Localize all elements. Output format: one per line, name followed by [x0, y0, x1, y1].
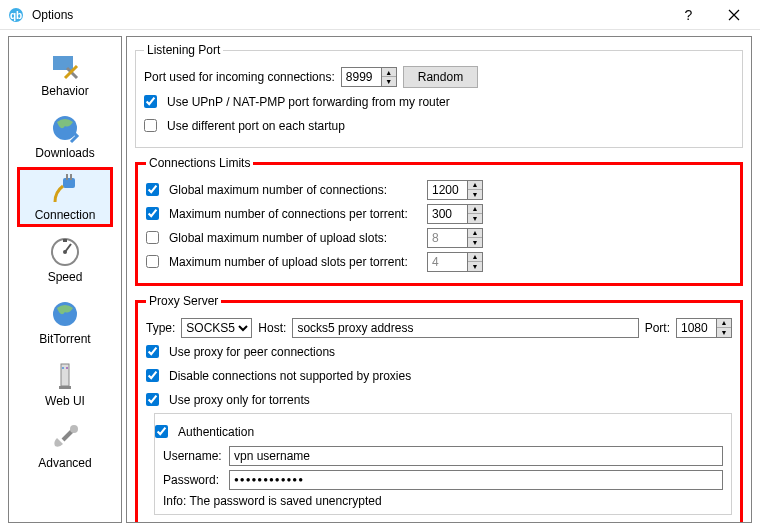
- global-conn-checkbox[interactable]: [146, 183, 159, 196]
- global-upload-checkbox[interactable]: [146, 231, 159, 244]
- sidebar-item-connection[interactable]: Connection: [17, 167, 113, 227]
- password-label: Password:: [163, 473, 223, 487]
- proxy-type-select[interactable]: SOCKS5: [181, 318, 252, 338]
- sidebar-item-behavior[interactable]: Behavior: [17, 43, 113, 103]
- sidebar-item-speed[interactable]: Speed: [17, 229, 113, 289]
- username-label: Username:: [163, 449, 223, 463]
- window-title: Options: [32, 8, 73, 22]
- behavior-icon: [49, 50, 81, 82]
- global-conn-label: Global maximum number of connections:: [169, 183, 421, 197]
- proxy-disable-label: Disable connections not supported by pro…: [169, 369, 411, 383]
- proxy-port-spinner[interactable]: ▲▼: [716, 318, 732, 338]
- sidebar-item-bittorrent[interactable]: BitTorrent: [17, 291, 113, 351]
- proxy-host-label: Host:: [258, 321, 286, 335]
- proxy-server-group: Proxy Server Type: SOCKS5 Host: Port: ▲▼…: [135, 294, 743, 523]
- svg-rect-5: [66, 174, 68, 180]
- sidebar-item-label: Behavior: [41, 84, 88, 98]
- svg-rect-6: [70, 174, 72, 180]
- per-torrent-conn-spinner[interactable]: ▲▼: [467, 204, 483, 224]
- settings-panel: Listening Port Port used for incoming co…: [126, 36, 752, 523]
- port-label: Port used for incoming connections:: [144, 70, 335, 84]
- svg-rect-2: [53, 56, 73, 70]
- sidebar-item-advanced[interactable]: Advanced: [17, 415, 113, 475]
- advanced-icon: [49, 422, 81, 454]
- bittorrent-icon: [49, 298, 81, 330]
- sidebar-item-label: Connection: [35, 208, 96, 222]
- per-torrent-conn-checkbox[interactable]: [146, 207, 159, 220]
- svg-rect-12: [59, 386, 71, 389]
- global-upload-label: Global maximum number of upload slots:: [169, 231, 421, 245]
- sidebar-item-label: Web UI: [45, 394, 85, 408]
- svg-point-15: [70, 425, 78, 433]
- auth-label: Authentication: [178, 425, 254, 439]
- listening-port-legend: Listening Port: [144, 43, 223, 57]
- webui-icon: [49, 360, 81, 392]
- proxy-only-torrents-checkbox[interactable]: [146, 393, 159, 406]
- proxy-peer-checkbox[interactable]: [146, 345, 159, 358]
- diff-port-checkbox[interactable]: [144, 119, 157, 132]
- help-button[interactable]: ?: [666, 0, 711, 30]
- per-torrent-upload-label: Maximum number of upload slots per torre…: [169, 255, 421, 269]
- global-upload-input: [427, 228, 467, 248]
- random-port-button[interactable]: Random: [403, 66, 478, 88]
- sidebar-item-label: Downloads: [35, 146, 94, 160]
- svg-text:qb: qb: [10, 10, 22, 21]
- per-torrent-conn-input[interactable]: [427, 204, 467, 224]
- auth-checkbox[interactable]: [155, 425, 168, 438]
- global-conn-spinner[interactable]: ▲▼: [467, 180, 483, 200]
- svg-rect-4: [63, 178, 75, 188]
- listening-port-group: Listening Port Port used for incoming co…: [135, 43, 743, 148]
- proxy-peer-label: Use proxy for peer connections: [169, 345, 335, 359]
- svg-point-14: [66, 367, 68, 369]
- sidebar-item-label: BitTorrent: [39, 332, 90, 346]
- sidebar-item-label: Advanced: [38, 456, 91, 470]
- global-conn-input[interactable]: [427, 180, 467, 200]
- per-torrent-upload-input: [427, 252, 467, 272]
- sidebar-item-downloads[interactable]: Downloads: [17, 105, 113, 165]
- proxy-type-label: Type:: [146, 321, 175, 335]
- proxy-server-legend: Proxy Server: [146, 294, 221, 308]
- global-upload-spinner: ▲▼: [467, 228, 483, 248]
- app-icon: qb: [8, 7, 24, 23]
- per-torrent-upload-spinner: ▲▼: [467, 252, 483, 272]
- per-torrent-upload-checkbox[interactable]: [146, 255, 159, 268]
- proxy-host-input[interactable]: [292, 318, 638, 338]
- sidebar-item-label: Speed: [48, 270, 83, 284]
- close-button[interactable]: [711, 0, 756, 30]
- auth-group: Authentication Username: Password: Info:…: [154, 413, 732, 515]
- password-info: Info: The password is saved unencrypted: [163, 494, 723, 508]
- svg-point-13: [62, 367, 64, 369]
- connection-icon: [49, 174, 81, 206]
- port-spinner[interactable]: ▲▼: [381, 67, 397, 87]
- per-torrent-conn-label: Maximum number of connections per torren…: [169, 207, 421, 221]
- upnp-label: Use UPnP / NAT-PMP port forwarding from …: [167, 95, 450, 109]
- port-input[interactable]: [341, 67, 381, 87]
- downloads-icon: [49, 112, 81, 144]
- proxy-port-input[interactable]: [676, 318, 716, 338]
- proxy-disable-checkbox[interactable]: [146, 369, 159, 382]
- svg-rect-9: [63, 239, 67, 242]
- sidebar: Behavior Downloads Connection Speed BitT…: [8, 36, 122, 523]
- titlebar: qb Options ?: [0, 0, 760, 30]
- proxy-only-torrents-label: Use proxy only for torrents: [169, 393, 310, 407]
- diff-port-label: Use different port on each startup: [167, 119, 345, 133]
- proxy-port-label: Port:: [645, 321, 670, 335]
- svg-rect-11: [61, 364, 69, 386]
- connection-limits-group: Connections Limits Global maximum number…: [135, 156, 743, 286]
- upnp-checkbox[interactable]: [144, 95, 157, 108]
- speed-icon: [49, 236, 81, 268]
- connection-limits-legend: Connections Limits: [146, 156, 253, 170]
- password-input[interactable]: [229, 470, 723, 490]
- sidebar-item-webui[interactable]: Web UI: [17, 353, 113, 413]
- username-input[interactable]: [229, 446, 723, 466]
